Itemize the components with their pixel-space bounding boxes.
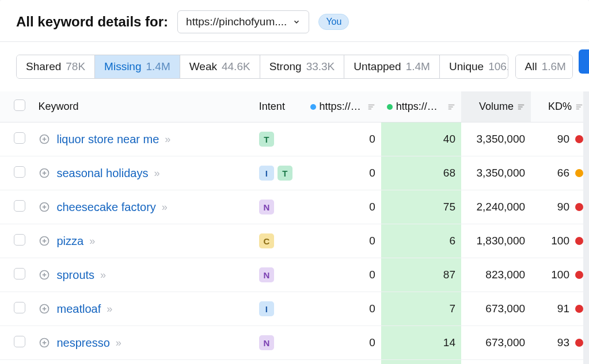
chevrons-right-icon[interactable]: » bbox=[162, 201, 168, 213]
tab-count: 78K bbox=[66, 60, 85, 73]
site-dropdown-label: https://pinchofyum.... bbox=[186, 16, 287, 28]
site1-value: 0 bbox=[305, 292, 381, 326]
header-intent-label: Intent bbox=[259, 101, 285, 112]
kd-difficulty-dot-icon bbox=[575, 339, 583, 347]
expand-icon[interactable] bbox=[38, 235, 51, 247]
expand-icon[interactable] bbox=[38, 133, 51, 145]
row-checkbox[interactable] bbox=[14, 268, 25, 279]
table-header-row: Keyword Intent https://pi… bbox=[0, 91, 589, 122]
volume-value: 673,000 bbox=[461, 326, 531, 360]
site2-value: 7 bbox=[381, 292, 461, 326]
keyword-link[interactable]: sprouts bbox=[56, 269, 94, 282]
row-checkbox[interactable] bbox=[14, 234, 25, 246]
expand-icon[interactable] bbox=[38, 269, 51, 281]
site1-value: 0 bbox=[305, 258, 381, 292]
keyword-link[interactable]: nespresso bbox=[56, 336, 109, 350]
expand-icon[interactable] bbox=[38, 167, 51, 179]
filter-tabs-row: Shared78KMissing1.4MWeak44.6KStrong33.3K… bbox=[0, 55, 589, 91]
header-kd[interactable]: KD% bbox=[531, 91, 589, 122]
tab-strong[interactable]: Strong33.3K bbox=[260, 55, 345, 78]
kd-value: 100 bbox=[551, 235, 569, 247]
kd-value: 90 bbox=[557, 201, 569, 213]
expand-icon[interactable] bbox=[38, 336, 51, 349]
row-checkbox[interactable] bbox=[14, 132, 25, 144]
site-dropdown[interactable]: https://pinchofyum.... bbox=[177, 10, 309, 33]
chevrons-right-icon[interactable]: » bbox=[89, 235, 95, 247]
row-checkbox[interactable] bbox=[14, 166, 25, 178]
tab-missing[interactable]: Missing1.4M bbox=[95, 55, 180, 78]
side-action-peek[interactable] bbox=[579, 49, 589, 74]
volume-value: 673,000 bbox=[461, 292, 531, 326]
tab-untapped[interactable]: Untapped1.4M bbox=[344, 55, 440, 78]
divider bbox=[0, 41, 589, 42]
chevrons-right-icon[interactable]: » bbox=[116, 337, 121, 349]
svg-rect-0 bbox=[368, 104, 375, 105]
intent-badges: IT bbox=[259, 166, 299, 181]
tab-label: Unique bbox=[449, 60, 484, 73]
site2-value: 68 bbox=[381, 156, 461, 190]
intent-badge-n: N bbox=[259, 267, 274, 282]
keyword-link[interactable]: meatloaf bbox=[56, 302, 101, 316]
sort-icon bbox=[367, 103, 375, 111]
expand-icon[interactable] bbox=[38, 302, 51, 315]
volume-value: 1,830,000 bbox=[461, 224, 531, 258]
tab-all[interactable]: All1.6M bbox=[516, 55, 573, 78]
header-intent[interactable]: Intent bbox=[253, 91, 305, 122]
intent-badges: I bbox=[259, 301, 299, 316]
select-all-checkbox[interactable] bbox=[14, 99, 25, 111]
row-checkbox[interactable] bbox=[14, 200, 25, 212]
row-checkbox[interactable] bbox=[14, 302, 25, 313]
tab-count: 1.4M bbox=[146, 60, 170, 73]
header: All keyword details for: https://pinchof… bbox=[0, 0, 589, 41]
chevrons-right-icon[interactable]: » bbox=[100, 269, 106, 281]
table-row: pizza»C061,830,000100 bbox=[0, 224, 589, 258]
volume-value: 673,000 bbox=[461, 360, 531, 365]
site2-value: 40 bbox=[381, 122, 461, 156]
kd-difficulty-dot-icon bbox=[575, 169, 583, 177]
header-keyword[interactable]: Keyword bbox=[32, 91, 253, 122]
keyword-link[interactable]: seasonal holidays bbox=[56, 167, 148, 180]
svg-rect-10 bbox=[576, 106, 581, 108]
table-row: pho»CI014673,00078 bbox=[0, 360, 589, 365]
volume-value: 3,350,000 bbox=[461, 156, 531, 190]
table-row: meatloaf»I07673,00091 bbox=[0, 292, 589, 326]
row-checkbox[interactable] bbox=[14, 336, 25, 347]
svg-rect-8 bbox=[518, 108, 521, 109]
keyword-link[interactable]: cheesecake factory bbox=[56, 201, 155, 214]
keyword-link[interactable]: liquor store near me bbox=[56, 133, 159, 146]
kd-difficulty-dot-icon bbox=[575, 271, 583, 279]
svg-rect-4 bbox=[449, 106, 453, 108]
tab-weak[interactable]: Weak44.6K bbox=[180, 55, 260, 78]
site1-value: 0 bbox=[305, 360, 381, 365]
intent-badge-i: I bbox=[259, 166, 274, 181]
intent-badges: N bbox=[259, 335, 299, 350]
table-body: liquor store near me»T0403,350,00090seas… bbox=[0, 122, 589, 365]
filter-tabs-group-all: All1.6M bbox=[515, 55, 573, 79]
header-keyword-label: Keyword bbox=[38, 101, 78, 112]
kd-difficulty-dot-icon bbox=[575, 237, 583, 245]
kd-value: 90 bbox=[557, 133, 569, 145]
chevrons-right-icon[interactable]: » bbox=[107, 303, 112, 315]
tab-count: 1.4M bbox=[406, 60, 430, 73]
kd-difficulty-dot-icon bbox=[575, 135, 583, 143]
tab-label: Untapped bbox=[354, 60, 401, 73]
svg-rect-3 bbox=[449, 104, 455, 105]
tab-shared[interactable]: Shared78K bbox=[17, 55, 95, 78]
chevrons-right-icon[interactable]: » bbox=[154, 167, 159, 179]
site1-dot-icon bbox=[310, 104, 316, 110]
expand-icon[interactable] bbox=[38, 201, 51, 213]
svg-rect-6 bbox=[518, 104, 525, 105]
header-volume[interactable]: Volume bbox=[461, 91, 531, 122]
chevrons-right-icon[interactable]: » bbox=[165, 133, 170, 145]
kd-value: 91 bbox=[557, 302, 569, 315]
keyword-link[interactable]: pizza bbox=[56, 235, 83, 248]
tab-unique[interactable]: Unique106.4K bbox=[440, 55, 508, 78]
header-checkbox-cell bbox=[0, 91, 32, 122]
header-volume-label: Volume bbox=[479, 101, 514, 113]
volume-value: 2,240,000 bbox=[461, 190, 531, 224]
site1-value: 0 bbox=[305, 156, 381, 190]
header-site1[interactable]: https://pi… bbox=[305, 91, 381, 122]
you-badge: You bbox=[318, 14, 349, 30]
kd-difficulty-dot-icon bbox=[575, 305, 583, 313]
header-site2[interactable]: https://w… bbox=[381, 91, 461, 122]
